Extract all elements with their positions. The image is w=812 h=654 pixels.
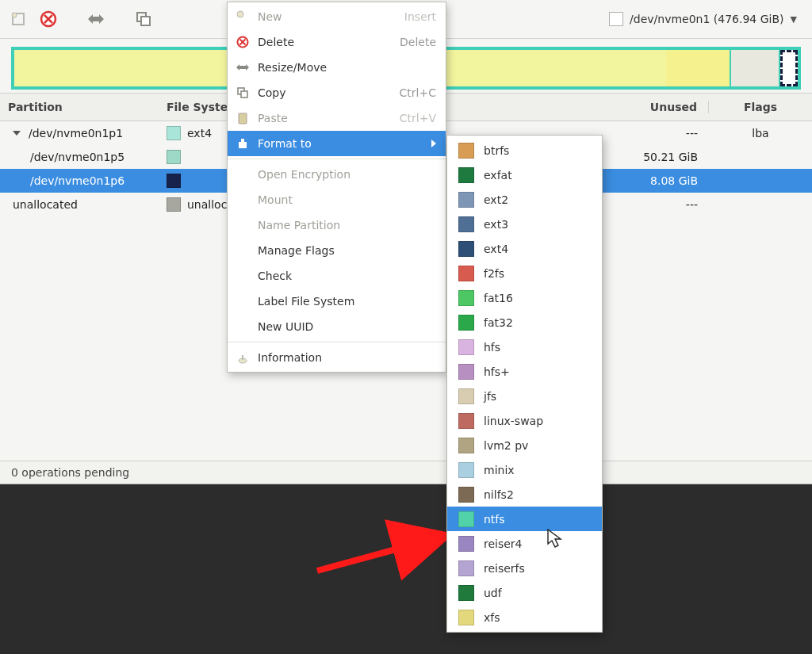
menu-item-label: Format to — [258, 137, 312, 150]
menu-item-label: Paste — [258, 112, 288, 124]
format-option-label: ext2 — [484, 193, 508, 206]
menu-item-label: Check — [258, 270, 292, 282]
fs-swatch — [458, 536, 474, 552]
format-option-ext2[interactable]: ext2 — [447, 187, 602, 212]
fs-swatch — [458, 216, 474, 232]
format-option-reiser4[interactable]: reiser4 — [447, 531, 602, 556]
partition-seg-p5[interactable] — [666, 50, 730, 86]
format-option-reiserfs[interactable]: reiserfs — [447, 556, 602, 580]
menu-shortcut: Ctrl+V — [400, 112, 436, 124]
header-flags[interactable]: Flags — [708, 101, 812, 113]
device-label: /dev/nvme0n1 (476.94 GiB) — [630, 13, 783, 25]
header-partition[interactable]: Partition — [0, 101, 167, 113]
fs-swatch — [458, 413, 474, 429]
fs-swatch — [458, 487, 474, 503]
format-option-hfs[interactable]: hfs — [447, 335, 602, 359]
format-option-ntfs[interactable]: ntfs — [447, 507, 602, 531]
fs-swatch — [458, 462, 474, 478]
menu-item-check[interactable]: Check — [228, 263, 446, 289]
menu-item-new-uuid[interactable]: New UUID — [228, 314, 446, 339]
format-option-udf[interactable]: udf — [447, 580, 602, 605]
info-icon — [236, 350, 250, 365]
partition-name: /dev/nvme0n1p1 — [29, 127, 123, 140]
format-option-nilfs2[interactable]: nilfs2 — [447, 482, 602, 507]
delete-icon — [236, 35, 250, 49]
format-option-jfs[interactable]: jfs — [447, 384, 602, 408]
menu-item-manage-flags[interactable]: Manage Flags — [228, 238, 446, 263]
menu-item-copy[interactable]: CopyCtrl+C — [228, 80, 446, 105]
fs-swatch — [458, 438, 474, 453]
format-option-label: lvm2 pv — [484, 439, 528, 452]
menu-item-label-file-system[interactable]: Label File System — [228, 289, 446, 314]
format-option-lvm2-pv[interactable]: lvm2 pv — [447, 433, 602, 457]
format-option-fat32[interactable]: fat32 — [447, 310, 602, 335]
svg-point-7 — [237, 11, 243, 17]
format-submenu: btrfsexfatext2ext3ext4f2fsfat16fat32hfsh… — [446, 135, 603, 633]
menu-item-paste: PasteCtrl+V — [228, 105, 446, 131]
fs-swatch — [458, 388, 474, 404]
svg-rect-6 — [141, 17, 150, 25]
svg-rect-14 — [239, 142, 247, 148]
format-option-btrfs[interactable]: btrfs — [447, 138, 602, 163]
format-option-label: ext3 — [484, 218, 508, 231]
format-option-f2fs[interactable]: f2fs — [447, 261, 602, 285]
format-option-label: reiserfs — [484, 562, 525, 575]
new-icon — [236, 10, 250, 24]
svg-rect-15 — [241, 139, 244, 143]
partition-seg-p6[interactable] — [730, 50, 780, 86]
menu-item-mount: Mount — [228, 187, 446, 212]
resize-icon[interactable] — [86, 9, 106, 29]
menu-item-label: Resize/Move — [258, 61, 327, 74]
fs-swatch — [458, 339, 474, 355]
format-option-ext3[interactable]: ext3 — [447, 212, 602, 236]
chevron-down-icon: ▼ — [791, 14, 797, 25]
menu-item-resize-move[interactable]: Resize/Move — [228, 55, 446, 80]
menu-item-label: Delete — [258, 36, 294, 48]
menu-item-information[interactable]: Information — [228, 345, 446, 370]
expander-icon[interactable] — [13, 131, 21, 136]
partition-name: /dev/nvme0n1p5 — [30, 151, 124, 163]
unused-value: 8.08 GiB — [595, 174, 709, 187]
fs-label: ext4 — [187, 127, 212, 140]
fs-swatch — [458, 560, 474, 576]
menu-item-label: Mount — [258, 193, 293, 206]
format-option-fat16[interactable]: fat16 — [447, 285, 602, 310]
menu-shortcut: Delete — [400, 36, 436, 48]
unused-value: --- — [595, 127, 709, 140]
format-option-label: btrfs — [484, 144, 509, 157]
format-option-label: exfat — [484, 169, 512, 182]
menu-item-delete[interactable]: DeleteDelete — [228, 29, 446, 55]
format-option-label: hfs+ — [484, 365, 510, 378]
delete-icon[interactable] — [38, 9, 59, 29]
blank-icon — [236, 269, 250, 283]
copy-icon — [236, 86, 250, 100]
blank-icon — [236, 319, 250, 334]
copy-icon[interactable] — [133, 9, 154, 29]
menu-item-format-to[interactable]: Format to — [228, 131, 446, 156]
format-option-xfs[interactable]: xfs — [447, 605, 602, 629]
format-option-exfat[interactable]: exfat — [447, 163, 602, 187]
partition-name: unallocated — [13, 198, 78, 211]
menu-item-label: Copy — [258, 86, 286, 99]
resize-icon — [236, 60, 250, 75]
context-menu: NewInsertDeleteDeleteResize/MoveCopyCtrl… — [227, 2, 446, 373]
menu-item-label: Open Encryption — [258, 168, 350, 181]
unused-value: --- — [595, 198, 709, 211]
fs-swatch — [167, 150, 181, 164]
format-icon — [236, 136, 250, 151]
fs-swatch — [167, 197, 181, 212]
gparted-window: /dev/nvme0n1 (476.94 GiB) ▼ Partition Fi… — [0, 0, 812, 484]
fs-swatch — [458, 610, 474, 625]
format-option-ext4[interactable]: ext4 — [447, 236, 602, 261]
new-partition-icon[interactable] — [8, 9, 29, 29]
header-unused[interactable]: Unused — [594, 101, 708, 113]
format-option-minix[interactable]: minix — [447, 457, 602, 482]
device-selector[interactable]: /dev/nvme0n1 (476.94 GiB) ▼ — [602, 8, 804, 30]
menu-item-open-encryption: Open Encryption — [228, 162, 446, 187]
flags-value: lba — [709, 127, 812, 140]
blank-icon — [236, 167, 250, 182]
format-option-hfs+[interactable]: hfs+ — [447, 359, 602, 384]
partition-seg-unallocated[interactable] — [780, 50, 798, 86]
fs-swatch — [458, 290, 474, 306]
format-option-linux-swap[interactable]: linux-swap — [447, 408, 602, 433]
